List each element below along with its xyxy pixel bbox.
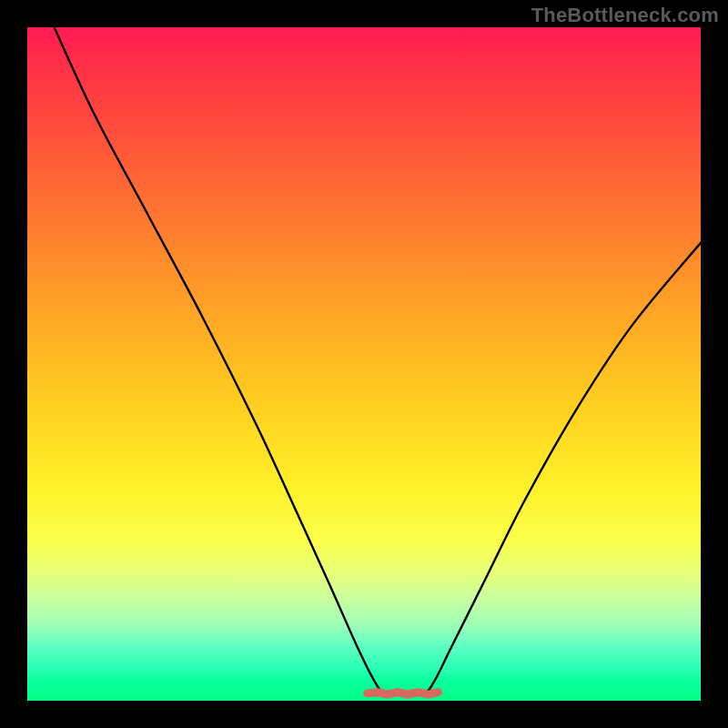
plot-area xyxy=(27,27,701,701)
curve-layer xyxy=(27,27,701,701)
trough-highlight xyxy=(368,693,439,694)
chart-frame: TheBottleneck.com xyxy=(0,0,728,728)
bottleneck-curve xyxy=(55,27,701,694)
watermark-text: TheBottleneck.com xyxy=(531,4,719,27)
